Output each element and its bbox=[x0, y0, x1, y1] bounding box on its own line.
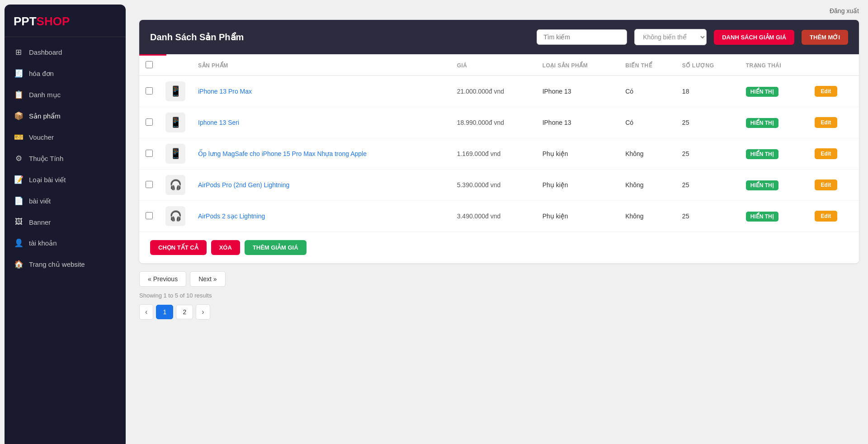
row-loai-cell: IPhone 13 bbox=[536, 76, 619, 107]
next-button[interactable]: Next » bbox=[190, 271, 225, 287]
sidebar-item-trang-chu[interactable]: 🏠 Trang chủ website bbox=[5, 254, 126, 275]
banner-icon: 🖼 bbox=[14, 217, 24, 227]
edit-button[interactable]: Edit bbox=[815, 179, 838, 190]
edit-button[interactable]: Edit bbox=[815, 117, 838, 128]
product-price: 1.169.000đ vnd bbox=[457, 150, 501, 157]
row-name-cell: AirPods 2 sạc Lightning bbox=[192, 201, 451, 232]
col-gia: GIÁ bbox=[451, 56, 536, 76]
row-trang-thai-cell: HIỂN THỊ bbox=[740, 170, 808, 201]
row-bien-the-cell: Có bbox=[619, 107, 676, 138]
table-row: 📱 Ốp lưng MagSafe cho iPhone 15 Pro Max … bbox=[139, 138, 859, 170]
row-checkbox-cell bbox=[139, 201, 159, 232]
product-table: SẢN PHẨM GIÁ LOẠI SẢN PHẨM BIẾN THỂ SỐ L… bbox=[139, 56, 859, 231]
next-page-arrow[interactable]: › bbox=[196, 304, 210, 320]
sale-list-button[interactable]: DANH SÁCH GIẢM GIÁ bbox=[714, 30, 794, 45]
row-checkbox-cell bbox=[139, 170, 159, 201]
sidebar-item-dashboard[interactable]: ⊞ Dashboard bbox=[5, 42, 126, 63]
status-badge: HIỂN THỊ bbox=[746, 212, 778, 222]
row-checkbox-cell bbox=[139, 107, 159, 138]
sidebar-item-bai-viet[interactable]: 📄 bài viết bbox=[5, 190, 126, 212]
row-loai-cell: Phụ kiện bbox=[536, 138, 619, 170]
img-col-header bbox=[159, 56, 192, 76]
row-checkbox-3[interactable] bbox=[146, 181, 153, 188]
row-name-cell: iPhone 13 Pro Max bbox=[192, 76, 451, 107]
sidebar-item-label: hóa đơn bbox=[29, 70, 54, 78]
logout-link[interactable]: Đăng xuất bbox=[830, 7, 859, 14]
row-so-luong-cell: 25 bbox=[676, 201, 740, 232]
page-1-button[interactable]: 1 bbox=[156, 305, 173, 319]
row-checkbox-0[interactable] bbox=[146, 87, 153, 94]
prev-page-arrow[interactable]: ‹ bbox=[139, 304, 153, 320]
sidebar-item-tai-khoan[interactable]: 👤 tài khoản bbox=[5, 232, 126, 254]
sidebar-item-loai-bai-viet[interactable]: 📝 Loại bài viết bbox=[5, 169, 126, 190]
status-badge: HIỂN THỊ bbox=[746, 149, 778, 159]
select-all-button[interactable]: CHỌN TẤT CẢ bbox=[150, 240, 207, 255]
sidebar-item-banner[interactable]: 🖼 Banner bbox=[5, 212, 126, 232]
product-name-link[interactable]: AirPods 2 sạc Lightning bbox=[198, 213, 265, 220]
select-all-checkbox[interactable] bbox=[146, 61, 153, 68]
san-pham-icon: 📦 bbox=[14, 111, 24, 121]
danh-muc-icon: 📋 bbox=[14, 90, 24, 99]
sidebar-item-label: Banner bbox=[29, 218, 51, 226]
sidebar-item-san-pham[interactable]: 📦 Sản phẩm bbox=[5, 105, 126, 127]
col-loai: LOẠI SẢN PHẨM bbox=[536, 56, 619, 76]
filter-select[interactable]: Không biến thể Có biến thể Không biến th… bbox=[634, 29, 707, 45]
pagination-info: Showing 1 to 5 of 10 results bbox=[139, 292, 859, 299]
row-checkbox-4[interactable] bbox=[146, 212, 153, 219]
prev-button[interactable]: « Previous bbox=[139, 271, 186, 287]
row-checkbox-1[interactable] bbox=[146, 118, 153, 126]
sidebar-item-label: Trang chủ website bbox=[29, 260, 85, 269]
row-so-luong-cell: 18 bbox=[676, 76, 740, 107]
add-new-button[interactable]: THÊM MỚI bbox=[802, 30, 848, 45]
col-trang-thai: TRẠNG THÁI bbox=[740, 56, 808, 76]
pagination-pages: ‹ 1 2 › bbox=[139, 304, 859, 320]
product-name-link[interactable]: iPhone 13 Pro Max bbox=[198, 88, 252, 95]
sidebar-item-voucher[interactable]: 🎫 Voucher bbox=[5, 127, 126, 148]
row-name-cell: Iphone 13 Seri bbox=[192, 107, 451, 138]
sidebar-item-hoa-don[interactable]: 🧾 hóa đơn bbox=[5, 63, 126, 84]
bottom-actions: CHỌN TẤT CẢ XÓA THÊM GIẢM GIÁ bbox=[139, 231, 859, 263]
product-name-link[interactable]: AirPods Pro (2nd Gen) Lightning bbox=[198, 181, 289, 189]
add-discount-button[interactable]: THÊM GIẢM GIÁ bbox=[245, 240, 307, 255]
product-image: 📱 bbox=[165, 81, 185, 101]
sidebar-nav: ⊞ Dashboard 🧾 hóa đơn 📋 Danh mục 📦 Sản p… bbox=[5, 42, 126, 275]
row-name-cell: AirPods Pro (2nd Gen) Lightning bbox=[192, 170, 451, 201]
row-trang-thai-cell: HIỂN THỊ bbox=[740, 107, 808, 138]
loai-bai-viet-icon: 📝 bbox=[14, 175, 24, 184]
sidebar-item-label: Dashboard bbox=[29, 48, 62, 56]
status-badge: HIỂN THỊ bbox=[746, 180, 778, 190]
trang-chu-icon: 🏠 bbox=[14, 260, 24, 269]
row-price-cell: 1.169.000đ vnd bbox=[451, 138, 536, 170]
col-so-luong: SỐ LƯỢNG bbox=[676, 56, 740, 76]
row-edit-cell: Edit bbox=[808, 201, 859, 232]
col-actions bbox=[808, 56, 859, 76]
row-edit-cell: Edit bbox=[808, 107, 859, 138]
row-img-cell: 🎧 bbox=[159, 201, 192, 232]
row-name-cell: Ốp lưng MagSafe cho iPhone 15 Pro Max Nh… bbox=[192, 138, 451, 170]
row-trang-thai-cell: HIỂN THỊ bbox=[740, 201, 808, 232]
row-price-cell: 21.000.000đ vnd bbox=[451, 76, 536, 107]
sidebar-item-label: Thuộc Tính bbox=[29, 155, 63, 163]
product-name-link[interactable]: Ốp lưng MagSafe cho iPhone 15 Pro Max Nh… bbox=[198, 150, 367, 157]
sidebar-item-label: bài viết bbox=[29, 197, 51, 205]
product-image: 🎧 bbox=[165, 175, 185, 195]
product-image: 🎧 bbox=[165, 206, 185, 226]
row-img-cell: 📱 bbox=[159, 107, 192, 138]
row-checkbox-2[interactable] bbox=[146, 150, 153, 157]
edit-button[interactable]: Edit bbox=[815, 148, 838, 159]
row-img-cell: 📱 bbox=[159, 76, 192, 107]
product-image: 📱 bbox=[165, 113, 185, 132]
product-name-link[interactable]: Iphone 13 Seri bbox=[198, 119, 239, 126]
row-edit-cell: Edit bbox=[808, 170, 859, 201]
delete-button[interactable]: XÓA bbox=[211, 240, 240, 255]
edit-button[interactable]: Edit bbox=[815, 86, 838, 97]
search-input[interactable] bbox=[537, 29, 627, 45]
hoa-don-icon: 🧾 bbox=[14, 69, 24, 78]
page-2-button[interactable]: 2 bbox=[176, 305, 193, 319]
sidebar-item-danh-muc[interactable]: 📋 Danh mục bbox=[5, 84, 126, 105]
sidebar-item-thuoc-tinh[interactable]: ⚙ Thuộc Tính bbox=[5, 148, 126, 169]
row-so-luong-cell: 25 bbox=[676, 138, 740, 170]
row-bien-the-cell: Không bbox=[619, 138, 676, 170]
edit-button[interactable]: Edit bbox=[815, 211, 838, 222]
sidebar-item-label: Danh mục bbox=[29, 91, 61, 99]
